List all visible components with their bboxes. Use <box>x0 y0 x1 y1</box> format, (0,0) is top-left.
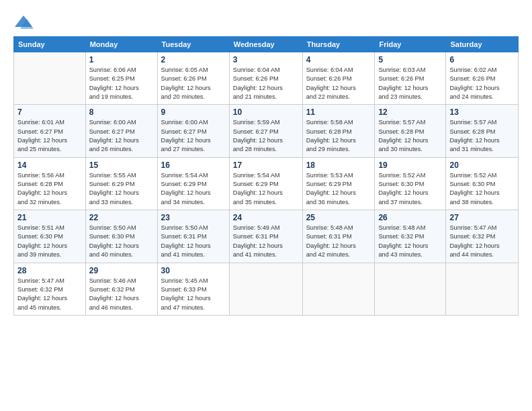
calendar-cell: 9Sunrise: 6:00 AM Sunset: 6:27 PM Daylig… <box>157 105 229 157</box>
day-info: Sunrise: 6:06 AM Sunset: 6:25 PM Dayligh… <box>89 66 154 101</box>
day-info: Sunrise: 6:02 AM Sunset: 6:26 PM Dayligh… <box>449 66 515 101</box>
day-number: 15 <box>89 161 154 170</box>
calendar-cell: 28Sunrise: 5:47 AM Sunset: 6:32 PM Dayli… <box>14 263 86 315</box>
logo <box>13 12 36 32</box>
day-number: 14 <box>17 161 82 170</box>
day-number: 17 <box>233 161 299 170</box>
weekday-header-friday: Friday <box>375 37 446 52</box>
calendar-cell: 24Sunrise: 5:49 AM Sunset: 6:31 PM Dayli… <box>229 210 302 263</box>
day-info: Sunrise: 5:51 AM Sunset: 6:30 PM Dayligh… <box>17 224 82 259</box>
day-info: Sunrise: 5:55 AM Sunset: 6:29 PM Dayligh… <box>89 171 154 207</box>
calendar-cell: 30Sunrise: 5:45 AM Sunset: 6:33 PM Dayli… <box>157 263 229 315</box>
day-number: 4 <box>306 55 371 64</box>
week-row-1: 1Sunrise: 6:06 AM Sunset: 6:25 PM Daylig… <box>14 52 519 105</box>
calendar-cell: 27Sunrise: 5:47 AM Sunset: 6:32 PM Dayli… <box>446 210 519 263</box>
calendar-cell: 2Sunrise: 6:05 AM Sunset: 6:26 PM Daylig… <box>157 52 229 105</box>
weekday-header-saturday: Saturday <box>446 37 519 52</box>
calendar-cell: 14Sunrise: 5:56 AM Sunset: 6:28 PM Dayli… <box>14 157 86 210</box>
day-info: Sunrise: 5:47 AM Sunset: 6:32 PM Dayligh… <box>449 224 515 259</box>
calendar-cell: 8Sunrise: 6:00 AM Sunset: 6:27 PM Daylig… <box>85 105 157 157</box>
week-row-5: 28Sunrise: 5:47 AM Sunset: 6:32 PM Dayli… <box>14 263 519 315</box>
calendar-cell <box>375 263 446 315</box>
calendar-cell: 22Sunrise: 5:50 AM Sunset: 6:30 PM Dayli… <box>85 210 157 263</box>
calendar-cell <box>229 263 302 315</box>
page: SundayMondayTuesdayWednesdayThursdayFrid… <box>0 0 532 322</box>
day-info: Sunrise: 6:05 AM Sunset: 6:26 PM Dayligh… <box>161 66 226 101</box>
weekday-header-monday: Monday <box>85 37 157 52</box>
day-info: Sunrise: 5:48 AM Sunset: 6:32 PM Dayligh… <box>378 224 442 259</box>
day-number: 25 <box>306 213 371 222</box>
calendar-cell: 5Sunrise: 6:03 AM Sunset: 6:26 PM Daylig… <box>375 52 446 105</box>
day-info: Sunrise: 5:52 AM Sunset: 6:30 PM Dayligh… <box>449 171 515 207</box>
day-info: Sunrise: 6:00 AM Sunset: 6:27 PM Dayligh… <box>161 118 226 154</box>
day-info: Sunrise: 5:57 AM Sunset: 6:28 PM Dayligh… <box>449 118 515 154</box>
day-number: 10 <box>233 107 299 117</box>
day-number: 9 <box>161 107 226 117</box>
calendar-cell: 1Sunrise: 6:06 AM Sunset: 6:25 PM Daylig… <box>85 52 157 105</box>
calendar-cell: 20Sunrise: 5:52 AM Sunset: 6:30 PM Dayli… <box>446 157 519 210</box>
day-info: Sunrise: 5:50 AM Sunset: 6:30 PM Dayligh… <box>89 224 154 259</box>
day-info: Sunrise: 5:54 AM Sunset: 6:29 PM Dayligh… <box>233 171 299 207</box>
day-number: 6 <box>449 55 515 64</box>
day-info: Sunrise: 5:56 AM Sunset: 6:28 PM Dayligh… <box>17 171 82 207</box>
logo-icon <box>13 12 34 32</box>
weekday-header-sunday: Sunday <box>14 37 86 52</box>
calendar-cell: 6Sunrise: 6:02 AM Sunset: 6:26 PM Daylig… <box>446 52 519 105</box>
day-number: 20 <box>449 161 515 170</box>
day-number: 5 <box>378 55 442 64</box>
day-number: 22 <box>89 213 154 222</box>
day-number: 8 <box>89 107 154 117</box>
day-info: Sunrise: 5:53 AM Sunset: 6:29 PM Dayligh… <box>306 171 371 207</box>
calendar-cell: 21Sunrise: 5:51 AM Sunset: 6:30 PM Dayli… <box>14 210 86 263</box>
calendar-cell: 12Sunrise: 5:57 AM Sunset: 6:28 PM Dayli… <box>375 105 446 157</box>
day-number: 12 <box>378 107 442 117</box>
day-info: Sunrise: 5:45 AM Sunset: 6:33 PM Dayligh… <box>161 277 226 312</box>
day-info: Sunrise: 6:03 AM Sunset: 6:26 PM Dayligh… <box>378 66 442 101</box>
weekday-header-tuesday: Tuesday <box>157 37 229 52</box>
day-info: Sunrise: 5:59 AM Sunset: 6:27 PM Dayligh… <box>233 118 299 154</box>
day-number: 23 <box>161 213 226 222</box>
calendar-table: SundayMondayTuesdayWednesdayThursdayFrid… <box>13 36 519 316</box>
calendar-cell: 17Sunrise: 5:54 AM Sunset: 6:29 PM Dayli… <box>229 157 302 210</box>
calendar-cell: 26Sunrise: 5:48 AM Sunset: 6:32 PM Dayli… <box>375 210 446 263</box>
calendar-cell <box>14 52 86 105</box>
day-info: Sunrise: 6:00 AM Sunset: 6:27 PM Dayligh… <box>89 118 154 154</box>
calendar-cell: 4Sunrise: 6:04 AM Sunset: 6:26 PM Daylig… <box>302 52 375 105</box>
calendar-cell: 13Sunrise: 5:57 AM Sunset: 6:28 PM Dayli… <box>446 105 519 157</box>
day-number: 26 <box>378 213 442 222</box>
calendar-cell: 11Sunrise: 5:58 AM Sunset: 6:28 PM Dayli… <box>302 105 375 157</box>
calendar-cell: 29Sunrise: 5:46 AM Sunset: 6:32 PM Dayli… <box>85 263 157 315</box>
weekday-header-wednesday: Wednesday <box>229 37 302 52</box>
day-info: Sunrise: 6:01 AM Sunset: 6:27 PM Dayligh… <box>17 118 82 154</box>
day-info: Sunrise: 5:50 AM Sunset: 6:31 PM Dayligh… <box>161 224 226 259</box>
day-info: Sunrise: 5:57 AM Sunset: 6:28 PM Dayligh… <box>378 118 442 154</box>
calendar-cell: 18Sunrise: 5:53 AM Sunset: 6:29 PM Dayli… <box>302 157 375 210</box>
week-row-4: 21Sunrise: 5:51 AM Sunset: 6:30 PM Dayli… <box>14 210 519 263</box>
calendar-cell <box>302 263 375 315</box>
calendar-cell: 19Sunrise: 5:52 AM Sunset: 6:30 PM Dayli… <box>375 157 446 210</box>
day-number: 11 <box>306 107 371 117</box>
day-number: 19 <box>378 161 442 170</box>
day-number: 18 <box>306 161 371 170</box>
day-info: Sunrise: 5:46 AM Sunset: 6:32 PM Dayligh… <box>89 277 154 312</box>
day-info: Sunrise: 5:49 AM Sunset: 6:31 PM Dayligh… <box>233 224 299 259</box>
day-number: 1 <box>89 55 154 64</box>
calendar-cell: 15Sunrise: 5:55 AM Sunset: 6:29 PM Dayli… <box>85 157 157 210</box>
day-number: 30 <box>161 266 226 275</box>
calendar-cell: 10Sunrise: 5:59 AM Sunset: 6:27 PM Dayli… <box>229 105 302 157</box>
calendar-cell: 16Sunrise: 5:54 AM Sunset: 6:29 PM Dayli… <box>157 157 229 210</box>
day-number: 21 <box>17 213 82 222</box>
weekday-header-thursday: Thursday <box>302 37 375 52</box>
calendar-cell: 23Sunrise: 5:50 AM Sunset: 6:31 PM Dayli… <box>157 210 229 263</box>
week-row-2: 7Sunrise: 6:01 AM Sunset: 6:27 PM Daylig… <box>14 105 519 157</box>
day-number: 13 <box>449 107 515 117</box>
day-info: Sunrise: 5:58 AM Sunset: 6:28 PM Dayligh… <box>306 118 371 154</box>
day-info: Sunrise: 5:52 AM Sunset: 6:30 PM Dayligh… <box>378 171 442 207</box>
day-info: Sunrise: 5:47 AM Sunset: 6:32 PM Dayligh… <box>17 277 82 312</box>
weekday-header-row: SundayMondayTuesdayWednesdayThursdayFrid… <box>14 37 519 52</box>
calendar-cell: 25Sunrise: 5:48 AM Sunset: 6:31 PM Dayli… <box>302 210 375 263</box>
day-info: Sunrise: 5:54 AM Sunset: 6:29 PM Dayligh… <box>161 171 226 207</box>
day-info: Sunrise: 5:48 AM Sunset: 6:31 PM Dayligh… <box>306 224 371 259</box>
calendar-cell: 3Sunrise: 6:04 AM Sunset: 6:26 PM Daylig… <box>229 52 302 105</box>
day-number: 27 <box>449 213 515 222</box>
